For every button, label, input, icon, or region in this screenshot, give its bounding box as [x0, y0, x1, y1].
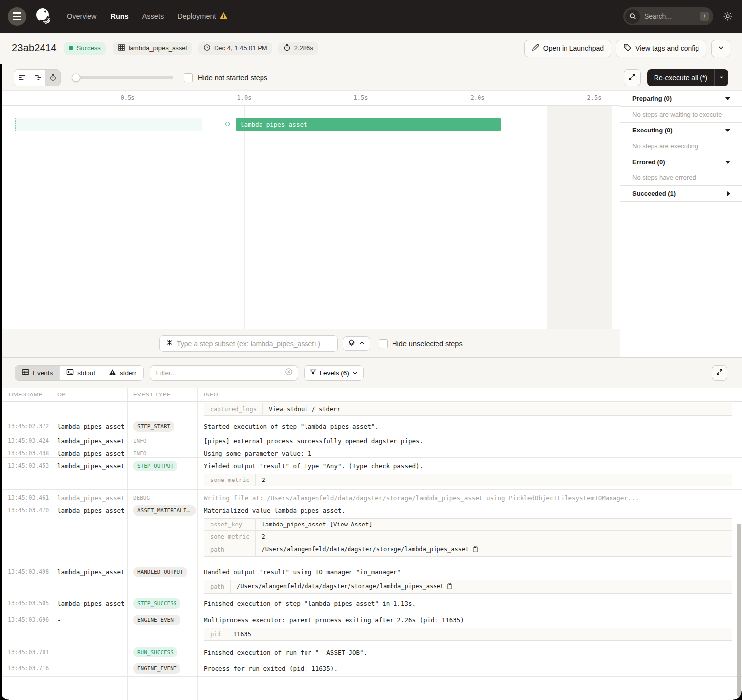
logs-section: Eventsstdoutstderr Levels (6) [0, 357, 742, 700]
metadata-key: some_metric [204, 474, 256, 486]
clear-filter-icon[interactable] [285, 368, 293, 378]
sidebar-section-preparing[interactable]: Preparing (0) [620, 91, 742, 107]
clipboard-icon[interactable] [447, 583, 453, 591]
hide-unselected-label: Hide unselected steps [392, 340, 463, 348]
zoom-to-fit-button[interactable] [343, 336, 370, 351]
dagster-logo[interactable] [33, 6, 53, 26]
log-op: lambda_pipes_asset [51, 564, 128, 595]
view-tags-config-button[interactable]: View tags and config [616, 40, 706, 57]
hide-not-started-checkbox[interactable] [184, 73, 193, 82]
timed-view-button[interactable] [45, 70, 60, 86]
tab-stdout[interactable]: stdout [59, 366, 102, 380]
nav-link-overview[interactable]: Overview [67, 12, 96, 20]
log-timestamp: 13:45:03.498 [0, 564, 51, 595]
log-message: Writing file at: /Users/alangenfeld/data… [204, 494, 732, 502]
nav-link-assets[interactable]: Assets [142, 12, 164, 20]
op-selector-icon [166, 339, 173, 348]
gantt-zoom-slider[interactable] [72, 76, 173, 79]
search-input[interactable]: Search... / [623, 7, 713, 25]
run-tag-clock[interactable]: Dec 4, 1:45:01 PM [198, 42, 272, 55]
log-op: lambda_pipes_asset [51, 418, 128, 433]
log-info: Using some_parameter value: 1 [198, 445, 742, 458]
chevron-down-icon [718, 44, 724, 52]
chevron-down-icon [725, 129, 730, 132]
hide-not-started-label: Hide not started steps [198, 74, 267, 82]
metadata-table: captured_logsView stdout / stderr [204, 403, 732, 416]
gantt-step-bar[interactable]: lambda_pipes_asset [236, 118, 501, 131]
run-tag-label: lambda_pipes_asset [129, 44, 187, 52]
log-row[interactable]: 13:45:03.438lambda_pipes_assetINFOUsing … [0, 445, 742, 458]
log-message: Handled output "result" using IO manager… [204, 569, 732, 576]
clipboard-icon[interactable] [472, 546, 478, 554]
nav-link-runs[interactable]: Runs [110, 12, 128, 20]
axis-tick-label: 1.5s [354, 94, 368, 101]
log-timestamp: 13:45:03.438 [0, 445, 51, 458]
sidebar-section-label: Errored (0) [632, 158, 665, 166]
tab-stderr[interactable]: stderr [102, 366, 143, 380]
metadata-link[interactable]: /Users/alangenfeld/data/dagster/storage/… [237, 583, 444, 590]
log-row[interactable]: 13:45:03.498lambda_pipes_assetHANDLED_OU… [0, 564, 742, 595]
event-type-badge: HANDLED_OUTPUT [133, 567, 187, 577]
log-row[interactable]: 13:45:02.372lambda_pipes_assetSTEP_START… [0, 418, 742, 433]
metadata-value: /Users/alangenfeld/data/dagster/storage/… [256, 543, 732, 557]
log-row[interactable]: 13:45:03.505lambda_pipes_assetSTEP_SUCCE… [0, 595, 742, 612]
metadata-key: path [204, 543, 256, 557]
log-message: Materialized value lambda_pipes_asset. [204, 507, 732, 514]
log-row[interactable]: 13:45:03.696-ENGINE_EVENTMultiprocess ex… [0, 612, 742, 644]
run-tag-job-grid[interactable]: lambda_pipes_asset [113, 42, 192, 55]
run-tag-stopwatch[interactable]: 2.286s [278, 42, 318, 55]
nav-link-deployment[interactable]: Deployment [177, 12, 227, 21]
hide-unselected-checkbox[interactable] [379, 339, 388, 348]
gantt-fullscreen-button[interactable] [624, 69, 641, 86]
metadata-table: pid11635 [204, 628, 732, 641]
waterfall-view-button[interactable] [30, 70, 45, 86]
sidebar-section-succeeded[interactable]: Succeeded (1) [620, 186, 742, 202]
slider-knob[interactable] [72, 73, 80, 82]
logs-fullscreen-button[interactable] [712, 365, 727, 381]
step-subset-input[interactable] [159, 335, 338, 352]
sidebar-section-errored[interactable]: Errored (0) [620, 154, 742, 170]
step-subset-field[interactable] [177, 340, 331, 348]
metadata-link[interactable]: /Users/alangenfeld/data/dagster/storage/… [262, 546, 469, 553]
log-op [51, 402, 128, 418]
reexecute-all-button[interactable]: Re-execute all (*) [647, 69, 728, 86]
gantt-chart-body: lambda_pipes_asset [0, 106, 620, 329]
log-filter-input[interactable] [150, 365, 298, 381]
metadata-value: 2 [256, 531, 732, 543]
log-op: lambda_pipes_asset [51, 502, 128, 564]
log-timestamp: 13:45:03.461 [0, 490, 51, 502]
log-row[interactable]: 13:45:03.701-RUN_SUCCESSFinished executi… [0, 644, 742, 660]
nav-links: OverviewRunsAssetsDeployment [67, 12, 228, 21]
nav-link-label: Deployment [177, 12, 216, 20]
log-row[interactable]: 13:45:03.470lambda_pipes_assetASSET_MATE… [0, 502, 742, 564]
nav-link-label: Assets [142, 12, 164, 20]
view-asset-link[interactable]: View Asset [333, 521, 369, 528]
log-info: Multiprocess executor: parent process ex… [198, 612, 742, 644]
column-header-op: OP [51, 388, 128, 401]
log-row[interactable] [0, 677, 742, 700]
metadata-key: some_metric [204, 531, 256, 543]
gear-icon[interactable] [722, 11, 733, 22]
chevron-down-icon [725, 97, 730, 100]
log-row[interactable]: 13:45:03.461lambda_pipes_assetDEBUGWriti… [0, 490, 742, 502]
log-info: Started execution of step "lambda_pipes_… [198, 418, 742, 433]
gantt-chart: 0.5s1.0s1.5s2.0s2.5s lambda_pipes_asset [0, 91, 620, 357]
flat-view-button[interactable] [14, 70, 30, 86]
log-row[interactable]: 13:45:03.453lambda_pipes_assetSTEP_OUTPU… [0, 458, 742, 490]
log-timestamp: 13:45:03.716 [0, 660, 51, 676]
log-row[interactable]: 13:45:03.716-ENGINE_EVENTProcess for run… [0, 660, 742, 677]
run-header-more-button[interactable] [711, 40, 730, 57]
log-filter-field[interactable] [156, 369, 281, 377]
open-in-launchpad-button[interactable]: Open in Launchpad [524, 40, 611, 57]
levels-dropdown[interactable]: Levels (6) [304, 365, 364, 381]
tab-Events[interactable]: Events [15, 366, 59, 380]
menu-icon[interactable] [8, 7, 26, 26]
metadata-value: /Users/alangenfeld/data/dagster/storage/… [230, 580, 732, 594]
log-event-type [128, 402, 198, 418]
log-row[interactable]: 13:45:03.424lambda_pipes_assetINFO[pipes… [0, 433, 742, 445]
log-row[interactable]: captured_logsView stdout / stderr [0, 402, 742, 418]
reexecute-caret-button[interactable] [714, 69, 728, 86]
log-info: Writing file at: /Users/alangenfeld/data… [198, 490, 742, 502]
logs-scrollbar[interactable] [737, 524, 741, 697]
sidebar-section-executing[interactable]: Executing (0) [620, 123, 742, 138]
